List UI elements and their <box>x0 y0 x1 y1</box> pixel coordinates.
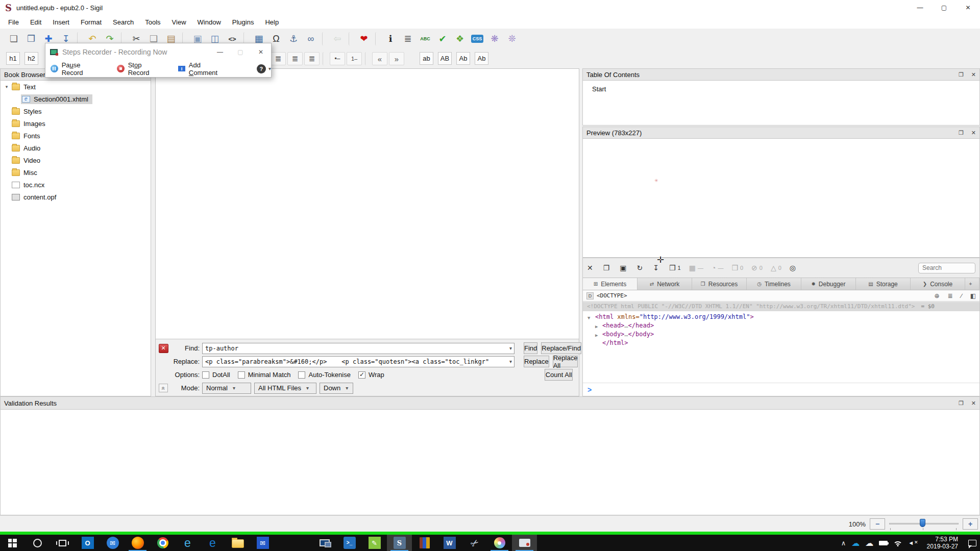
tree-item-audio[interactable]: Audio <box>1 142 151 154</box>
dock-side-icon[interactable]: ▣ <box>620 264 628 272</box>
wellformed-check-icon[interactable]: ✔ <box>435 32 450 46</box>
tree-item-section0001[interactable]: Section0001.xhtml <box>1 93 151 105</box>
body-node[interactable]: ▶<body>…</body> <box>583 330 979 339</box>
stop-record-button[interactable]: Stop Record <box>117 61 164 77</box>
inspect-target-icon[interactable]: ◎ <box>790 264 798 272</box>
menu-view[interactable]: View <box>166 18 192 26</box>
find-input[interactable] <box>202 343 514 354</box>
find-close-button[interactable]: ✕ <box>159 344 168 353</box>
open-file-icon[interactable]: ❐ <box>23 32 39 46</box>
epubcheck-icon[interactable]: ❖ <box>452 32 468 46</box>
heading-1-button[interactable]: h1 <box>6 52 20 65</box>
tab-storage[interactable]: ▤ Storage <box>856 278 911 290</box>
spellcheck-icon[interactable]: ABC <box>418 32 433 46</box>
help-dropdown-icon[interactable]: ▾ <box>268 66 271 71</box>
clips-icon[interactable]: ❊ <box>504 32 520 46</box>
menu-help[interactable]: Help <box>259 18 284 26</box>
donate-icon[interactable]: ❤ <box>356 32 372 46</box>
tray-expand-icon[interactable]: ∧ <box>841 539 846 547</box>
action-center-icon[interactable] <box>968 540 976 546</box>
float-panel-icon[interactable]: ❐ <box>959 71 964 78</box>
inspector-search-input[interactable] <box>918 263 975 273</box>
numbered-list-icon[interactable]: 1– <box>347 52 362 65</box>
close-panel-icon[interactable]: ✕ <box>971 130 976 136</box>
direction-select[interactable]: Down▾ <box>320 383 353 394</box>
saved-searches-icon[interactable]: ❋ <box>487 32 502 46</box>
node-crosshair-icon[interactable]: ⊕ <box>935 292 940 299</box>
splitter[interactable] <box>151 68 155 396</box>
replace-all-button[interactable]: Replace All <box>553 356 578 367</box>
paint-icon[interactable] <box>487 535 512 551</box>
tab-console[interactable]: ❯ Console <box>911 278 965 290</box>
capitalize-button[interactable]: Ab <box>456 52 470 65</box>
anchor-icon[interactable]: ⚓ <box>286 32 301 46</box>
tab-debugger[interactable]: ✹ Debugger <box>801 278 856 290</box>
bullet-list-icon[interactable]: •– <box>330 52 345 65</box>
warning-count[interactable]: △0 <box>771 264 781 272</box>
metadata-editor-icon[interactable]: ℹ <box>383 32 398 46</box>
menu-plugins[interactable]: Plugins <box>227 18 260 26</box>
close-panel-icon[interactable]: ✕ <box>971 400 976 407</box>
close-inspector-icon[interactable]: ✕ <box>587 264 595 272</box>
help-button[interactable]: ? <box>257 64 266 73</box>
replace-input[interactable] <box>202 356 514 367</box>
heading-2-button[interactable]: h2 <box>24 52 38 65</box>
toc-entry-start[interactable]: Start <box>583 81 979 93</box>
menu-format[interactable]: Format <box>75 18 107 26</box>
tree-item-video[interactable]: Video <box>1 154 151 166</box>
zoom-slider-handle[interactable] <box>920 519 925 527</box>
mode-select[interactable]: Normal▾ <box>202 383 251 394</box>
recorder-close-button[interactable]: ✕ <box>251 44 271 60</box>
checkbox[interactable] <box>238 371 245 379</box>
tab-add[interactable]: + <box>965 278 979 290</box>
tree-item-text[interactable]: ▾ Text <box>1 81 151 93</box>
zoom-out-button[interactable]: − <box>870 518 885 530</box>
tree-item-fonts[interactable]: Fonts <box>1 130 151 142</box>
wifi-icon[interactable] <box>893 540 902 546</box>
menu-window[interactable]: Window <box>192 18 227 26</box>
maximize-button[interactable]: ▢ <box>932 0 956 15</box>
back-icon[interactable]: ⇦ <box>330 32 345 46</box>
outlook-icon[interactable]: O <box>75 535 100 551</box>
tree-item-content-opf[interactable]: content.opf <box>1 191 151 203</box>
html-node[interactable]: ▼<html xmlns="http://www.w3.org/1999/xht… <box>583 313 979 321</box>
minimize-button[interactable]: — <box>908 0 932 15</box>
add-comment-button[interactable]: I Add Comment <box>178 61 230 77</box>
internet-explorer-icon[interactable]: e <box>175 535 200 551</box>
recorder-minimize-button[interactable]: — <box>210 44 230 60</box>
file-explorer-icon[interactable] <box>225 535 250 551</box>
error-count[interactable]: ⊘0 <box>751 264 763 272</box>
battery-icon[interactable] <box>879 541 888 545</box>
editor-pane[interactable]: ✕ Find: ▾ Find Replace/Find Replace: ▾ R… <box>155 68 579 396</box>
steps-recorder-titlebar[interactable]: Steps Recorder - Recording Now — ▢ ✕ <box>45 43 271 60</box>
tab-elements[interactable]: ⊞ Elements <box>583 278 638 290</box>
sigil-taskbar-icon[interactable]: S <box>387 535 412 551</box>
checkbox[interactable] <box>202 371 209 379</box>
close-panel-icon[interactable]: ✕ <box>971 71 976 78</box>
checkbox[interactable] <box>358 371 365 379</box>
indent-decrease-icon[interactable]: « <box>372 52 387 65</box>
console-prompt-row[interactable]: > <box>583 383 979 396</box>
taskbar-clock[interactable]: 7:53 PM 2019-03-27 <box>927 536 958 550</box>
replace-find-button[interactable]: Replace/Find <box>541 342 581 354</box>
notepad-icon[interactable]: ✎ <box>362 535 387 551</box>
pause-record-button[interactable]: Pause Record <box>51 61 103 77</box>
tab-network[interactable]: ⇄ Network <box>638 278 692 290</box>
timeline-count[interactable]: ◔— <box>712 264 723 272</box>
mail-app-icon[interactable]: ✉ <box>250 535 275 551</box>
toc-editor-icon[interactable]: ≣ <box>400 32 415 46</box>
edit-node-icon[interactable]: ∕ <box>961 292 962 299</box>
layout-icon[interactable]: ◧ <box>970 292 976 299</box>
snipping-tool-icon[interactable]: ✂ <box>462 535 487 551</box>
chrome-icon[interactable] <box>150 535 175 551</box>
close-button[interactable]: ✕ <box>956 0 980 15</box>
expander-icon[interactable]: ▾ <box>3 84 11 89</box>
dock-bottom-icon[interactable]: ❐ <box>603 264 612 272</box>
cortana-button[interactable] <box>25 535 50 551</box>
resource-count[interactable]: ▦— <box>689 264 703 272</box>
uppercase-button[interactable]: AB <box>438 52 452 65</box>
find-button[interactable]: Find <box>524 342 537 354</box>
float-panel-icon[interactable]: ❐ <box>959 130 964 136</box>
files-select[interactable]: All HTML Files▾ <box>254 383 316 394</box>
tab-timelines[interactable]: ◷ Timelines <box>747 278 801 290</box>
